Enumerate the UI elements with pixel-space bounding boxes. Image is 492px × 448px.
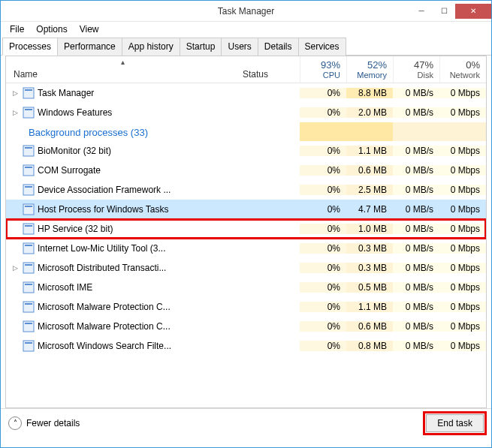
network-value: 0 Mbps	[439, 341, 486, 351]
svg-rect-25	[25, 342, 32, 344]
background-processes-header[interactable]: Background processes (33)	[6, 122, 300, 141]
disk-value: 0 MB/s	[393, 165, 439, 176]
table-row[interactable]: ▷Microsoft Windows Search Filte...0%0.8 …	[6, 336, 486, 356]
menu-view[interactable]: View	[74, 23, 105, 36]
chevron-up-icon: ˄	[8, 416, 22, 430]
svg-rect-5	[25, 147, 32, 149]
network-value: 0 Mbps	[439, 107, 486, 118]
svg-rect-11	[25, 206, 32, 207]
process-name: Microsoft Malware Protection C...	[38, 321, 171, 332]
column-cpu[interactable]: 93% CPU	[300, 56, 346, 83]
app-icon	[23, 262, 35, 274]
tab-app-history[interactable]: App history	[122, 38, 180, 56]
menu-file[interactable]: File	[4, 23, 30, 36]
svg-rect-23	[25, 323, 32, 324]
tab-startup[interactable]: Startup	[180, 38, 222, 56]
memory-value: 2.0 MB	[346, 107, 393, 118]
column-memory[interactable]: 52% Memory	[346, 56, 393, 83]
cpu-value: 0%	[300, 107, 346, 118]
process-name: Host Process for Windows Tasks	[38, 204, 169, 215]
svg-rect-7	[25, 167, 32, 168]
memory-value: 1.1 MB	[346, 302, 393, 312]
memory-value: 1.1 MB	[346, 146, 393, 156]
svg-rect-15	[25, 245, 32, 246]
process-name: Microsoft Malware Protection C...	[38, 302, 171, 312]
tab-performance[interactable]: Performance	[57, 38, 122, 56]
svg-rect-21	[25, 303, 32, 305]
app-icon	[23, 107, 35, 119]
window-title: Task Manager	[218, 6, 274, 17]
svg-rect-17	[25, 264, 32, 266]
menu-options[interactable]: Options	[30, 23, 73, 36]
disk-value: 0 MB/s	[393, 185, 439, 195]
table-row[interactable]: ▷BioMonitor (32 bit)0%1.1 MB0 MB/s0 Mbps	[6, 141, 486, 161]
table-row[interactable]: ▷Microsoft IME0%0.5 MB0 MB/s0 Mbps	[6, 278, 486, 297]
table-row[interactable]: ▷Task Manager0%8.8 MB0 MB/s0 Mbps	[6, 83, 486, 103]
network-value: 0 Mbps	[439, 146, 486, 156]
table-row[interactable]: ▷COM Surrogate0%0.6 MB0 MB/s0 Mbps	[6, 161, 486, 180]
minimize-button[interactable]: ─	[410, 4, 433, 19]
footer: ˄ Fewer details End task	[1, 408, 491, 437]
fewer-details-button[interactable]: ˄ Fewer details	[8, 416, 80, 430]
memory-value: 0.3 MB	[346, 243, 393, 254]
end-task-button[interactable]: End task	[426, 414, 484, 432]
network-value: 0 Mbps	[439, 88, 486, 98]
app-icon	[23, 145, 35, 157]
column-headers: ▴ Name Status 93% CPU 52% Memory 47% Dis…	[6, 56, 486, 83]
disk-value: 0 MB/s	[393, 282, 439, 293]
expander-icon[interactable]: ▷	[11, 109, 20, 116]
table-row[interactable]: ▷Device Association Framework ...0%2.5 M…	[6, 180, 486, 200]
titlebar[interactable]: Task Manager ─ ☐ ✕	[1, 1, 491, 22]
tab-details[interactable]: Details	[258, 38, 299, 56]
cpu-value: 0%	[300, 165, 346, 176]
cpu-value: 0%	[300, 88, 346, 98]
tab-processes[interactable]: Processes	[2, 38, 58, 56]
column-status[interactable]: Status	[240, 56, 300, 83]
column-network[interactable]: 0% Network	[439, 56, 486, 83]
network-value: 0 Mbps	[439, 282, 486, 293]
process-list: ▴ Name Status 93% CPU 52% Memory 47% Dis…	[5, 56, 487, 408]
table-row[interactable]: ▷HP Service (32 bit)0%1.0 MB0 MB/s0 Mbps	[6, 219, 486, 239]
process-name: COM Surrogate	[38, 165, 101, 176]
svg-rect-13	[25, 225, 32, 227]
close-button[interactable]: ✕	[455, 4, 491, 19]
memory-value: 8.8 MB	[346, 88, 393, 98]
column-name[interactable]: ▴ Name	[6, 56, 240, 83]
network-value: 0 Mbps	[439, 165, 486, 176]
sort-arrow-icon: ▴	[121, 58, 125, 66]
table-row[interactable]: ▷Internet Low-Mic Utility Tool (3...0%0.…	[6, 239, 486, 258]
tab-strip: Processes Performance App history Startu…	[1, 37, 491, 56]
disk-value: 0 MB/s	[393, 204, 439, 215]
table-row[interactable]: ▷Microsoft Distributed Transacti...0%0.3…	[6, 258, 486, 278]
app-icon	[23, 87, 35, 99]
disk-value: 0 MB/s	[393, 107, 439, 118]
table-row[interactable]: ▷Host Process for Windows Tasks0%4.7 MB0…	[6, 200, 486, 219]
group-header-row: Background processes (33)	[6, 122, 486, 141]
disk-value: 0 MB/s	[393, 321, 439, 332]
svg-rect-1	[25, 89, 32, 91]
memory-value: 2.5 MB	[346, 185, 393, 195]
maximize-button[interactable]: ☐	[433, 4, 455, 19]
column-disk[interactable]: 47% Disk	[393, 56, 439, 83]
process-name: Windows Features	[38, 107, 112, 118]
table-row[interactable]: ▷Microsoft Malware Protection C...0%0.6 …	[6, 317, 486, 336]
cpu-value: 0%	[300, 243, 346, 254]
network-value: 0 Mbps	[439, 243, 486, 254]
memory-value: 0.3 MB	[346, 263, 393, 273]
disk-value: 0 MB/s	[393, 263, 439, 273]
tab-services[interactable]: Services	[298, 38, 346, 56]
app-icon	[23, 281, 35, 293]
tab-users[interactable]: Users	[221, 38, 258, 56]
process-name: Microsoft Windows Search Filte...	[38, 341, 171, 351]
process-name: HP Service (32 bit)	[38, 224, 113, 234]
table-row[interactable]: ▷Microsoft Malware Protection C...0%1.1 …	[6, 297, 486, 317]
app-icon	[23, 320, 35, 332]
expander-icon[interactable]: ▷	[11, 264, 20, 272]
process-rows[interactable]: ▷Task Manager0%8.8 MB0 MB/s0 Mbps▷Window…	[6, 83, 486, 407]
memory-value: 0.8 MB	[346, 341, 393, 351]
table-row[interactable]: ▷Windows Features0%2.0 MB0 MB/s0 Mbps	[6, 103, 486, 122]
expander-icon[interactable]: ▷	[11, 89, 20, 97]
disk-value: 0 MB/s	[393, 302, 439, 312]
cpu-value: 0%	[300, 321, 346, 332]
cpu-value: 0%	[300, 341, 346, 351]
